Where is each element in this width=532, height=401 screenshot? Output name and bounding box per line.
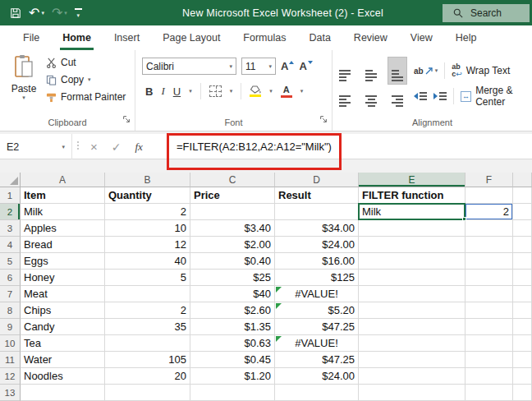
cell-C7[interactable]: $40: [190, 286, 275, 302]
row-header-6[interactable]: 6: [0, 270, 21, 286]
clipboard-dialog-launcher[interactable]: [122, 112, 131, 127]
cell-A4[interactable]: Bread: [21, 237, 105, 253]
undo-button[interactable]: ↶ ▾: [29, 7, 44, 20]
tab-page-layout[interactable]: Page Layout: [151, 25, 232, 50]
row-header-5[interactable]: 5: [0, 253, 21, 270]
font-color-dropdown-icon[interactable]: ▾: [300, 88, 304, 94]
column-header-B[interactable]: B: [105, 173, 190, 187]
cell-C5[interactable]: $0.40: [190, 253, 275, 270]
cell-B6[interactable]: 5: [105, 270, 190, 286]
fill-color-button[interactable]: [250, 85, 261, 97]
cell-F9[interactable]: [466, 319, 513, 335]
cell-F2[interactable]: 2: [466, 204, 513, 220]
cell-partial10[interactable]: [513, 335, 532, 352]
cell-B12[interactable]: 20: [105, 368, 190, 385]
cell-E5[interactable]: [359, 253, 466, 270]
tab-formulas[interactable]: Formulas: [232, 25, 297, 50]
cell-A5[interactable]: Eggs: [21, 253, 105, 270]
cell-C10[interactable]: $0.63: [190, 335, 275, 352]
formula-bar-resize-handle[interactable]: [77, 141, 79, 150]
cell-partial11[interactable]: [513, 352, 532, 368]
row-header-12[interactable]: 12: [0, 368, 21, 385]
increase-font-size-button[interactable]: A: [281, 61, 294, 71]
cell-E2[interactable]: Milk: [359, 204, 466, 220]
cell-C2[interactable]: [190, 204, 275, 220]
borders-dropdown-icon[interactable]: ▾: [230, 88, 233, 94]
bold-button[interactable]: B: [145, 85, 153, 98]
cell-E6[interactable]: [359, 270, 466, 286]
format-painter-button[interactable]: Format Painter: [46, 91, 126, 103]
cell-E13[interactable]: [359, 385, 466, 401]
cell-C4[interactable]: $2.00: [190, 237, 275, 253]
cell-F12[interactable]: [466, 368, 513, 385]
cell-F4[interactable]: [466, 237, 513, 253]
increase-indent-button[interactable]: [433, 92, 447, 100]
column-header-F[interactable]: F: [466, 173, 513, 187]
cell-partial13[interactable]: [513, 385, 532, 401]
cell-C3[interactable]: $3.40: [190, 220, 275, 237]
cell-C12[interactable]: $1.20: [190, 368, 275, 385]
cell-B3[interactable]: 10: [105, 220, 190, 237]
row-header-4[interactable]: 4: [0, 237, 21, 253]
cell-partial1[interactable]: [513, 187, 532, 204]
cell-A7[interactable]: Meat: [21, 286, 105, 302]
fill-color-dropdown-icon[interactable]: ▾: [269, 88, 273, 94]
cell-D13[interactable]: [275, 385, 359, 401]
cell-D7[interactable]: #VALUE!: [275, 286, 359, 302]
cell-D8[interactable]: $5.20: [275, 302, 359, 319]
cell-E1[interactable]: FILTER function: [359, 187, 466, 204]
tab-review[interactable]: Review: [342, 25, 399, 50]
font-name-select[interactable]: Calibri ▾: [142, 58, 236, 75]
cell-D2[interactable]: [275, 204, 359, 220]
cell-B1[interactable]: Quantity: [105, 187, 190, 204]
bottom-align-button[interactable]: [388, 57, 407, 85]
cell-C11[interactable]: $0.45: [190, 352, 275, 368]
decrease-font-size-button[interactable]: A: [299, 61, 312, 71]
tab-help[interactable]: Help: [444, 25, 488, 50]
cell-partial5[interactable]: [513, 253, 532, 270]
cell-partial6[interactable]: [513, 270, 532, 286]
borders-button[interactable]: [209, 85, 222, 97]
font-dialog-launcher[interactable]: [319, 112, 328, 127]
cut-button[interactable]: Cut: [46, 57, 126, 68]
paste-button[interactable]: Paste ▾: [7, 54, 40, 100]
cell-C9[interactable]: $1.35: [190, 319, 275, 335]
cell-A1[interactable]: Item: [21, 187, 105, 204]
formula-input[interactable]: =FILTER(A2:B12,A2:A12="Milk"): [177, 134, 332, 159]
cell-B5[interactable]: 40: [105, 253, 190, 270]
cell-D12[interactable]: $24.00: [275, 368, 359, 385]
cell-partial7[interactable]: [513, 286, 532, 302]
cell-A11[interactable]: Water: [21, 352, 105, 368]
cell-partial3[interactable]: [513, 220, 532, 237]
customize-toolbar-button[interactable]: ▾: [75, 8, 82, 18]
cell-A9[interactable]: Candy: [21, 319, 105, 335]
cell-A10[interactable]: Tea: [21, 335, 105, 352]
cell-B8[interactable]: 2: [105, 302, 190, 319]
cell-D10[interactable]: #VALUE!: [275, 335, 359, 352]
save-button[interactable]: [10, 7, 21, 19]
orientation-button[interactable]: ab ▾: [414, 67, 438, 76]
cell-E8[interactable]: [359, 302, 466, 319]
cancel-button[interactable]: ×: [90, 140, 98, 154]
row-header-3[interactable]: 3: [0, 220, 21, 237]
cell-E7[interactable]: [359, 286, 466, 302]
cell-F13[interactable]: [466, 385, 513, 401]
middle-align-button[interactable]: [361, 57, 381, 85]
cell-F1[interactable]: [466, 187, 513, 204]
cell-E10[interactable]: [359, 335, 466, 352]
row-header-8[interactable]: 8: [0, 302, 21, 319]
cell-F8[interactable]: [466, 302, 513, 319]
cell-F11[interactable]: [466, 352, 513, 368]
column-header-C[interactable]: C: [190, 173, 275, 187]
row-header-7[interactable]: 7: [0, 286, 21, 302]
row-header-1[interactable]: 1: [0, 187, 21, 204]
cell-B4[interactable]: 12: [105, 237, 190, 253]
italic-button[interactable]: I: [161, 85, 164, 98]
cell-B11[interactable]: 105: [105, 352, 190, 368]
fill-handle[interactable]: [462, 217, 466, 221]
column-header-E[interactable]: E: [359, 173, 466, 187]
tab-view[interactable]: View: [399, 25, 444, 50]
cell-E12[interactable]: [359, 368, 466, 385]
cell-C1[interactable]: Price: [190, 187, 275, 204]
row-header-10[interactable]: 10: [0, 335, 21, 352]
